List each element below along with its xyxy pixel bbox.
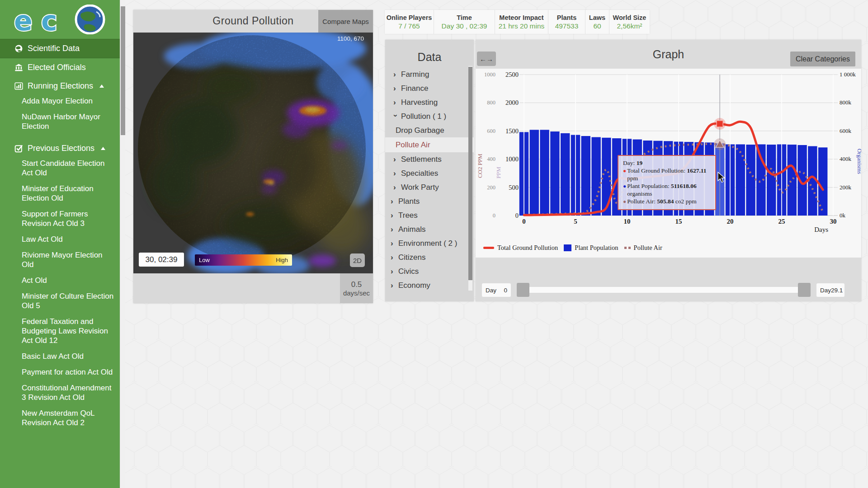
data-panel-scrollbar[interactable] <box>468 66 472 291</box>
data-category-citizens[interactable]: ›Citizens <box>385 250 474 264</box>
sidebar-item-previous-elections[interactable]: Previous Elections <box>0 139 120 158</box>
data-category-label: Environment ( 2 ) <box>398 239 457 248</box>
svg-text:600: 600 <box>487 128 495 134</box>
sidebar-subitem[interactable]: NuDawn Harbor Mayor Election <box>22 112 115 131</box>
expand-range-button[interactable]: ←→ <box>477 52 496 66</box>
sidebar-subitem[interactable]: New Amsterdam QoL Revision Act Old 2 <box>22 408 115 427</box>
stat-value: 60 <box>593 22 601 30</box>
sidebar-subitem[interactable]: Start Candidate Election Act Old <box>22 159 115 178</box>
sidebar-subitem[interactable]: Law Act Old <box>22 235 115 244</box>
data-category-work-party[interactable]: ›Work Party <box>385 180 474 194</box>
data-scrollbar-thumb[interactable] <box>468 67 472 280</box>
chevron-right-icon: › <box>391 267 395 276</box>
hover-marker-square <box>717 121 723 127</box>
map-2d-toggle-button[interactable]: 2D <box>350 253 365 267</box>
legend-label: Pollute Air <box>634 244 662 252</box>
data-panel: Data ›Farming›Finance›Harvesting›Polluti… <box>385 40 474 301</box>
data-category-trees[interactable]: ›Trees <box>385 208 474 222</box>
range-slider-track[interactable] <box>517 287 799 293</box>
stat-online-players: Online Players7 / 765 <box>385 10 434 34</box>
data-category-label: Finance <box>401 84 428 93</box>
sidebar-subitem[interactable]: Riviome Mayor Election Old <box>22 250 115 269</box>
data-category-label: Settlements <box>401 155 442 164</box>
data-category-pollution-1[interactable]: ›Pollution ( 1 ) <box>385 109 474 123</box>
chevron-right-icon: › <box>391 239 395 248</box>
svg-text:10: 10 <box>624 218 631 225</box>
data-category-animals[interactable]: ›Animals <box>385 222 474 236</box>
sidebar-subitem[interactable]: Minister of Education Election Old <box>22 184 115 203</box>
collapse-caret-icon <box>99 84 104 88</box>
data-category-pollute-air[interactable]: Pollute Air <box>385 137 474 152</box>
chevron-right-icon: › <box>393 183 398 192</box>
stat-label: Plants <box>557 14 577 21</box>
svg-text:2000: 2000 <box>505 99 519 106</box>
data-category-economy[interactable]: ›Economy <box>385 278 474 292</box>
sidebar-item-label: Running Elections <box>28 81 93 91</box>
sidebar-subitem[interactable]: Payment for action Act Old <box>22 367 115 377</box>
chevron-right-icon: › <box>391 225 395 234</box>
data-category-plants[interactable]: ›Plants <box>385 194 474 208</box>
svg-text:25: 25 <box>778 218 785 225</box>
data-category-harvesting[interactable]: ›Harvesting <box>385 95 474 109</box>
data-category-label: Plants <box>398 197 420 206</box>
svg-text:500: 500 <box>509 184 519 191</box>
data-category-civics[interactable]: ›Civics <box>385 264 474 278</box>
svg-text:Organisms: Organisms <box>856 149 861 174</box>
data-category-label: Economy <box>398 281 430 290</box>
svg-text:200: 200 <box>487 184 495 191</box>
svg-text:30: 30 <box>830 218 837 225</box>
legend-total-ground-pollution: Total Ground Pollution <box>483 244 558 252</box>
data-category-farming[interactable]: ›Farming <box>385 67 474 81</box>
graph-range-bar: Day0 Day29.1 <box>476 258 861 301</box>
sidebar-subitem[interactable]: Minister of Culture Election Old 5 <box>22 291 115 310</box>
sidebar-scrollbar[interactable] <box>120 0 125 488</box>
data-category-label: Animals <box>398 225 425 234</box>
stat-label: Meteor Impact <box>499 14 543 21</box>
sidebar-item-label: Scientific Data <box>28 44 80 53</box>
graph-header: Graph ←→ Clear Categories <box>476 40 861 69</box>
data-category-specialties[interactable]: ›Specialties <box>385 166 474 180</box>
sidebar-scrollbar-thumb[interactable] <box>121 6 125 135</box>
svg-text:Days: Days <box>814 226 828 233</box>
collapse-caret-icon <box>101 147 105 150</box>
data-category-drop-garbage[interactable]: Drop Garbage <box>385 123 474 137</box>
svg-text:1000: 1000 <box>505 155 519 163</box>
sidebar-subitem[interactable]: Constitutional Amendment 3 Revision Act … <box>22 383 115 402</box>
globe-icon <box>14 44 23 53</box>
sidebar-item-scientific-data[interactable]: Scientific Data <box>0 39 120 58</box>
stat-world-size: World Size2,56km² <box>609 10 650 34</box>
stat-value: 7 / 765 <box>398 22 420 30</box>
svg-text:400k: 400k <box>840 155 852 162</box>
svg-text:1 000k: 1 000k <box>840 71 856 78</box>
data-category-label: Pollute Air <box>396 141 430 150</box>
map-header: Ground Pollution Compare Maps <box>133 10 373 33</box>
svg-text:PPM: PPM <box>495 167 502 178</box>
sidebar-item-running-elections[interactable]: Running Elections <box>0 77 120 95</box>
svg-text:0: 0 <box>522 218 526 225</box>
sidebar-item-elected-officials[interactable]: Elected Officials <box>0 58 120 77</box>
sidebar-subitem[interactable]: Adda Mayor Election <box>22 96 115 106</box>
mouse-cursor <box>717 172 727 183</box>
range-handle-right[interactable] <box>798 283 811 297</box>
svg-text:5: 5 <box>574 218 577 225</box>
range-handle-left[interactable] <box>517 283 529 297</box>
legend-line-swatch <box>483 247 494 249</box>
data-category-settlements[interactable]: ›Settlements <box>385 152 474 166</box>
data-category-environment-2[interactable]: ›Environment ( 2 ) <box>385 236 474 250</box>
bar-day-6 <box>581 136 590 216</box>
world-map[interactable] <box>133 33 373 273</box>
sidebar-subitem[interactable]: Federal Taxation and Budgeting Laws Revi… <box>22 317 115 345</box>
sidebar-subitem[interactable]: Support of Farmers Revision Act Old 3 <box>22 209 115 228</box>
clear-categories-button[interactable]: Clear Categories <box>790 52 855 66</box>
sidebar-subitem[interactable]: Act Old <box>22 276 115 285</box>
svg-text:200k: 200k <box>840 184 852 191</box>
svg-text:20: 20 <box>727 218 734 225</box>
svg-text:800: 800 <box>487 99 495 106</box>
tooltip-row: ●Plant Population: 511618.06 organisms <box>623 182 712 197</box>
scale-low-label: Low <box>199 257 210 263</box>
data-category-finance[interactable]: ›Finance <box>385 81 474 95</box>
stat-value: 2,56km² <box>617 22 642 30</box>
stat-label: Laws <box>589 14 605 21</box>
compare-maps-button[interactable]: Compare Maps <box>318 10 373 33</box>
sidebar-subitem[interactable]: Basic Law Act Old <box>22 352 115 361</box>
